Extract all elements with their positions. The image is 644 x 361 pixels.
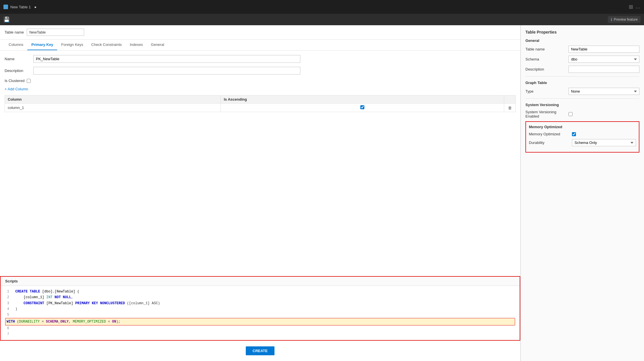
title-bar: New Table 1 ● ⊞ …	[0, 0, 644, 14]
right-panel: Table Properties General Table name Sche…	[521, 25, 644, 361]
col-header-ascending: Is Ascending	[221, 95, 504, 104]
memory-optimized-box: Memory Optimized Memory Optimized Durabi…	[525, 121, 639, 153]
prop-table-name-label: Table name	[525, 47, 566, 51]
prop-mo-optimized-row: Memory Optimized	[529, 132, 636, 136]
preview-badge[interactable]: ℹ Preview feature	[608, 16, 641, 23]
table-row: column_1 🗑	[5, 104, 516, 112]
panel-title: Table Properties	[525, 30, 639, 34]
tab-columns[interactable]: Columns	[5, 40, 27, 50]
script-line-4: 4 )	[5, 306, 515, 312]
graph-table-section-title: Graph Table	[525, 81, 639, 85]
tab-primary-key[interactable]: Primary Key	[27, 40, 57, 50]
more-icon[interactable]: …	[635, 4, 641, 10]
pk-section: Name Description Is Clustered + Add Colu…	[0, 50, 520, 276]
prop-sv-enabled-checkbox[interactable]	[568, 112, 573, 116]
script-line-3: 3 CONSTRAINT [PK_NewTable] PRIMARY KEY N…	[5, 300, 515, 306]
scripts-section: Scripts 1 CREATE TABLE [dbo].[NewTable] …	[0, 276, 520, 341]
prop-schema-select[interactable]: dbo sys guest	[568, 56, 639, 63]
prop-description-label: Description	[525, 67, 566, 71]
col-header-action	[504, 95, 516, 104]
modified-dot: ●	[34, 5, 36, 9]
table-icon	[3, 5, 8, 9]
pk-name-input[interactable]	[33, 55, 300, 63]
table-name-label: Table name	[5, 30, 24, 34]
col-header-column: Column	[5, 95, 221, 104]
prop-type-select[interactable]: None Node Edge	[568, 88, 639, 95]
scripts-header: Scripts	[1, 277, 520, 286]
tabs-row: Columns Primary Key Foreign Keys Check C…	[0, 40, 520, 50]
prop-mo-durability-label: Durability	[529, 141, 569, 145]
scripts-body: 1 CREATE TABLE [dbo].[NewTable] ( 2 [col…	[1, 286, 520, 340]
system-versioning-section-title: System Versioning	[525, 103, 639, 107]
main-content: Table name Columns Primary Key Foreign K…	[0, 25, 644, 361]
tab-check-constraints[interactable]: Check Constraints	[87, 40, 126, 50]
script-line-1: 1 CREATE TABLE [dbo].[NewTable] (	[5, 289, 515, 294]
general-section-title: General	[525, 38, 639, 43]
is-clustered-row: Is Clustered	[5, 79, 516, 83]
prop-schema-row: Schema dbo sys guest	[525, 56, 639, 63]
tab-general[interactable]: General	[147, 40, 168, 50]
is-ascending-cell	[221, 104, 504, 112]
is-clustered-label: Is Clustered	[5, 79, 24, 83]
description-row: Description	[5, 67, 516, 75]
columns-table: Column Is Ascending column_1 🗑	[5, 95, 516, 112]
prop-mo-durability-select[interactable]: Schema Only Schema and Data	[572, 139, 636, 146]
script-line-5: 5 WITH (DURABILITY = SCHEMA_ONLY, MEMORY…	[5, 312, 515, 325]
title-bar-controls[interactable]: ⊞ …	[629, 4, 641, 10]
delete-row-button[interactable]: 🗑	[508, 106, 512, 110]
prop-table-name-row: Table name	[525, 46, 639, 53]
prop-mo-optimized-label: Memory Optimized	[529, 132, 569, 136]
left-panel: Table name Columns Primary Key Foreign K…	[0, 25, 521, 361]
is-ascending-checkbox[interactable]	[360, 105, 364, 109]
prop-mo-optimized-checkbox[interactable]	[572, 132, 576, 136]
prop-schema-label: Schema	[525, 57, 566, 61]
title-bar-left: New Table 1 ●	[3, 5, 36, 9]
toolbar: 💾 ℹ Preview feature	[0, 14, 644, 25]
prop-type-row: Type None Node Edge	[525, 88, 639, 95]
add-column-button[interactable]: + Add Column	[5, 87, 28, 91]
action-cell: 🗑	[504, 104, 516, 112]
script-line-7: 7	[5, 331, 515, 337]
preview-label: Preview feature	[614, 17, 638, 22]
description-label: Description	[5, 69, 33, 73]
prop-sv-enabled-label: System Versioning Enabled	[525, 110, 566, 118]
prop-mo-durability-row: Durability Schema Only Schema and Data	[529, 139, 636, 146]
prop-description-row: Description	[525, 66, 639, 73]
window-title: New Table 1	[10, 5, 31, 9]
tab-foreign-keys[interactable]: Foreign Keys	[57, 40, 87, 50]
name-label: Name	[5, 57, 33, 61]
column-name-cell: column_1	[5, 104, 221, 112]
script-line-2: 2 [column_1] INT NOT NULL,	[5, 294, 515, 300]
table-name-row: Table name	[0, 25, 520, 40]
script-line-6: 6	[5, 325, 515, 331]
prop-sv-enabled-row: System Versioning Enabled	[525, 110, 639, 118]
is-clustered-checkbox[interactable]	[27, 79, 31, 83]
info-icon: ℹ	[611, 17, 612, 22]
pk-description-input[interactable]	[33, 67, 300, 75]
memory-optimized-section-title: Memory Optimized	[529, 125, 636, 129]
layout-icon[interactable]: ⊞	[629, 4, 633, 10]
prop-table-name-input[interactable]	[568, 46, 639, 53]
tab-indexes[interactable]: Indexes	[126, 40, 147, 50]
prop-description-input[interactable]	[568, 66, 639, 73]
prop-type-label: Type	[525, 89, 566, 93]
name-row: Name	[5, 55, 516, 63]
table-name-input[interactable]	[27, 29, 84, 36]
save-icon[interactable]: 💾	[3, 16, 10, 23]
create-button[interactable]: CREATE	[246, 346, 274, 355]
